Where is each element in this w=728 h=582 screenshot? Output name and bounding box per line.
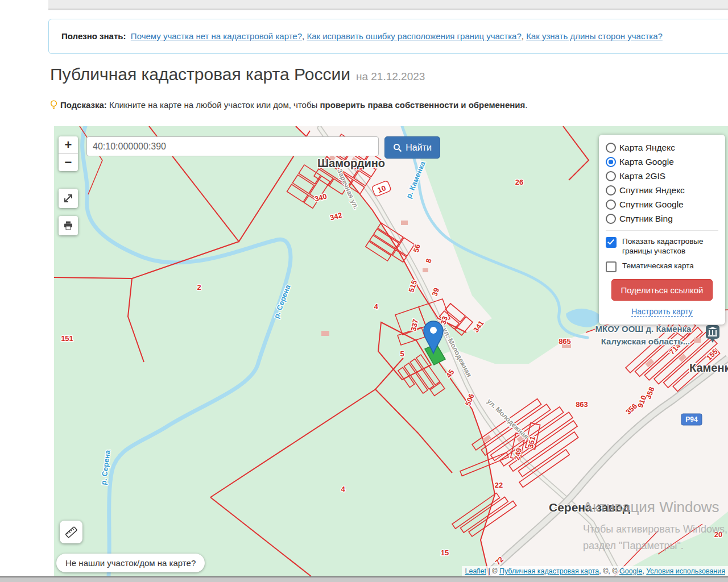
hint-line: Подсказка: Кликните на карте на любой уч… [50,100,527,110]
search-icon [393,143,402,152]
hint-text: Кликните на карте на любой участок или д… [109,100,320,110]
panel-divider [606,230,718,231]
hint-text-bold: проверить права собственности и обремене… [320,100,526,110]
checkbox-thematic-map[interactable]: Тематическая карта [606,261,718,272]
radio-icon [606,157,616,167]
not-found-label: Не нашли участок/дом на карте? [65,558,196,568]
useful-info-label: Полезно знать: [61,31,126,41]
layer-option-label: Карта 2GIS [619,171,665,181]
parcel-label: 5 [400,350,404,358]
info-link-fix-borders[interactable]: Как исправить ошибку расположения границ… [307,31,521,41]
page-title: Публичная кадастровая карта Россиина 21.… [50,65,425,84]
useful-info-bar: Полезно знать: Почему участка нет на кад… [48,19,728,54]
town-label-shamordino: Шамордино [317,157,385,169]
parcel-label: 26 [515,178,523,186]
radio-icon [606,171,616,181]
map-attribution: Leaflet | © Публичная кадастровая карта,… [462,566,728,576]
parcel-label: 20 [714,530,722,539]
radio-icon [606,185,616,196]
share-link-button[interactable]: Поделиться ссылкой [611,279,713,301]
parcel-label: 4 [341,485,345,493]
separator: , [522,31,526,41]
window-bottom-strip [0,576,728,582]
not-found-button[interactable]: Не нашли участок/дом на карте? [56,554,205,572]
parcel-label: 863 [576,400,588,409]
layer-option-label: Спутник Google [619,199,684,210]
checkbox-show-cadastral-borders[interactable]: Показать кадастровые границы участков [606,236,718,256]
road-badge: Р94 [681,414,702,425]
layer-option-karta-2gis[interactable]: Карта 2GIS [606,169,718,183]
leaflet-link[interactable]: Leaflet [465,567,486,575]
separator: , ©, © [599,567,619,575]
poi-label-line1: МКОУ ООШ д. Каменка [595,324,692,334]
road-badge-text: Р94 [685,415,698,423]
search-area [86,136,379,156]
browser-top-strip [48,0,728,10]
parcel-label: 515 [407,279,419,293]
measure-button[interactable] [60,521,82,543]
lightbulb-icon [50,100,57,110]
checkbox-icon [606,237,617,248]
layer-option-sputnik-google[interactable]: Спутник Google [606,197,718,211]
layer-option-label: Карта Google [619,157,674,167]
ruler-icon [65,526,77,538]
parcel-cluster-village-left [287,165,330,208]
zoom-out-button[interactable]: − [59,154,78,171]
parcel-label: 2 [197,283,201,292]
town-label-kamenka: Каменка [689,361,728,374]
plus-icon: + [65,138,72,152]
parcel-label: 22 [495,481,503,489]
terms-link[interactable]: Условия использования [646,567,725,575]
hint-text-period: . [525,100,527,110]
parcel-label: 337 [409,318,420,332]
printer-icon [63,221,73,231]
info-link-side-lengths[interactable]: Как узнать длины сторон участка? [526,31,663,41]
info-link-not-on-map[interactable]: Почему участка нет на кадастровой карте? [131,31,302,41]
parcel-label: 15 [441,548,449,557]
parcel-label: 4 [374,302,378,311]
layer-option-label: Карта Яндекс [619,143,675,153]
search-input[interactable] [86,136,379,156]
fullscreen-icon [63,193,74,204]
layer-option-sputnik-bing[interactable]: Спутник Bing [606,211,718,226]
google-link[interactable]: Google [619,567,642,575]
configure-map-link[interactable]: Настроить карту [631,307,693,317]
parcel-label: 342 [329,211,343,222]
page-title-text: Публичная кадастровая карта России [50,65,350,84]
title-date: на 21.12.2023 [356,70,425,82]
checkbox-label: Тематическая карта [622,261,694,271]
layer-option-label: Спутник Яндекс [619,185,685,196]
river-label: р. Серена [272,283,292,319]
minus-icon: − [65,155,72,170]
map[interactable]: Заречная ул. ул. Молодежная ул. Молодежн… [54,126,728,576]
radio-icon [606,199,616,210]
checkbox-label: Показать кадастровые границы участков [622,236,718,256]
fullscreen-button[interactable] [59,189,78,208]
radio-icon [606,143,616,153]
print-button[interactable] [59,216,78,235]
layer-option-label: Спутник Bing [619,214,673,224]
zoom-control: + − [59,136,78,171]
zoom-in-button[interactable]: + [59,136,78,154]
search-button-label: Найти [406,143,432,153]
layer-option-karta-google[interactable]: Карта Google [606,155,718,169]
checkbox-icon [606,261,617,272]
search-button[interactable]: Найти [384,136,440,159]
hint-label: Подсказка: [60,100,107,110]
layer-option-karta-yandex[interactable]: Карта Яндекс [606,140,718,155]
parcel-label: 865 [559,337,571,346]
radio-icon [606,214,616,224]
parcel-label: 340 [313,192,328,203]
parcel-label: 151 [61,334,73,343]
poi-label-line2: Калужская область... [601,336,690,346]
layers-panel: Карта Яндекс Карта Google Карта 2GIS Спу… [599,135,725,325]
separator: | © [486,567,499,575]
town-label-serena-zavod: Серена-завод [549,501,630,514]
pkk-link[interactable]: Публичная кадастровая карта [499,567,599,575]
layer-option-sputnik-yandex[interactable]: Спутник Яндекс [606,183,718,197]
